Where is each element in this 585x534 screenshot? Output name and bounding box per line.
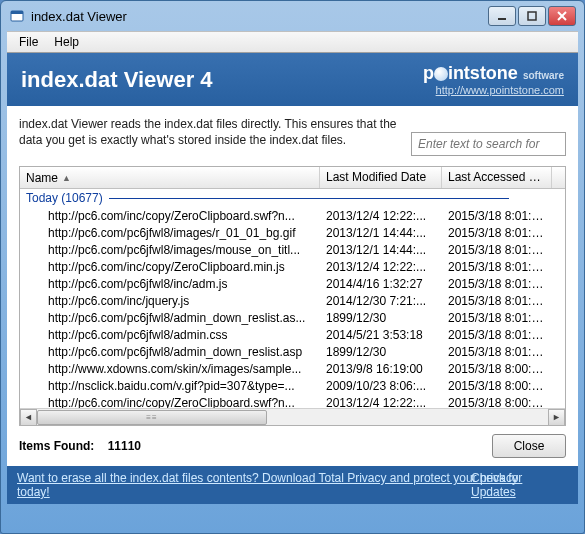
cell-name: http://pc6.com/pc6jfwl8/inc/adm.js: [20, 277, 320, 291]
close-window-button[interactable]: [548, 6, 576, 26]
items-found-label: Items Found:: [19, 439, 94, 453]
table-row[interactable]: http://pc6.com/pc6jfwl8/admin.css2014/5/…: [20, 326, 565, 343]
cell-modified: 2014/4/16 1:32:27: [320, 277, 442, 291]
table-row[interactable]: http://pc6.com/pc6jfwl8/inc/adm.js2014/4…: [20, 275, 565, 292]
cell-accessed: 2015/3/18 8:01:2...: [442, 243, 552, 257]
app-icon: [9, 8, 25, 24]
items-found-value: 11110: [108, 439, 141, 453]
close-button[interactable]: Close: [492, 434, 566, 458]
group-header[interactable]: Today (10677): [20, 189, 565, 207]
cell-modified: 2013/12/4 12:22:...: [320, 396, 442, 409]
cell-accessed: 2015/3/18 8:01:2...: [442, 345, 552, 359]
cell-modified: 2014/12/30 7:21:...: [320, 294, 442, 308]
brand-orb-icon: [434, 67, 448, 81]
titlebar[interactable]: index.dat Viewer: [1, 1, 584, 31]
footer-row: Items Found: 11110 Close: [19, 434, 566, 458]
cell-modified: 2009/10/23 8:06:...: [320, 379, 442, 393]
cell-accessed: 2015/3/18 8:00:3...: [442, 379, 552, 393]
cell-modified: 1899/12/30: [320, 345, 442, 359]
header-band: index.dat Viewer 4 pintstone software ht…: [7, 53, 578, 106]
svg-rect-1: [11, 11, 23, 14]
cell-accessed: 2015/3/18 8:01:3...: [442, 209, 552, 223]
app-title: index.dat Viewer 4: [21, 67, 213, 93]
brand-logo: pintstone software: [423, 63, 564, 84]
promo-bar: Want to erase all the index.dat files co…: [7, 466, 578, 504]
intro-text: index.dat Viewer reads the index.dat fil…: [19, 116, 401, 148]
menu-file[interactable]: File: [11, 33, 46, 51]
cell-modified: 2013/9/8 16:19:00: [320, 362, 442, 376]
cell-name: http://nsclick.baidu.com/v.gif?pid=307&t…: [20, 379, 320, 393]
cell-name: http://pc6.com/inc/copy/ZeroClipboard.sw…: [20, 209, 320, 223]
table-row[interactable]: http://pc6.com/pc6jfwl8/admin_down_resli…: [20, 309, 565, 326]
table-row[interactable]: http://nsclick.baidu.com/v.gif?pid=307&t…: [20, 377, 565, 394]
scroll-thumb[interactable]: ≡≡: [37, 410, 267, 425]
search-input[interactable]: [411, 132, 566, 156]
brand-block: pintstone software http://www.pointstone…: [423, 63, 564, 96]
cell-modified: 2013/12/1 14:44:...: [320, 226, 442, 240]
cell-accessed: 2015/3/18 8:01:2...: [442, 311, 552, 325]
cell-name: http://pc6.com/inc/copy/ZeroClipboard.mi…: [20, 260, 320, 274]
column-header-accessed[interactable]: Last Accessed Date: [442, 167, 552, 188]
table-row[interactable]: http://pc6.com/pc6jfwl8/admin_down_resli…: [20, 343, 565, 360]
cell-name: http://pc6.com/pc6jfwl8/images/r_01_01_b…: [20, 226, 320, 240]
cell-accessed: 2015/3/18 8:01:2...: [442, 294, 552, 308]
cell-name: http://pc6.com/pc6jfwl8/admin_down_resli…: [20, 345, 320, 359]
cell-accessed: 2015/3/18 8:01:2...: [442, 328, 552, 342]
window-title: index.dat Viewer: [31, 9, 488, 24]
sort-asc-icon: ▲: [62, 173, 71, 183]
menu-help[interactable]: Help: [46, 33, 87, 51]
column-headers: Name ▲ Last Modified Date Last Accessed …: [20, 167, 565, 189]
cell-accessed: 2015/3/18 8:00:3...: [442, 396, 552, 409]
brand-url-link[interactable]: http://www.pointstone.com: [423, 84, 564, 96]
intro-row: index.dat Viewer reads the index.dat fil…: [19, 116, 566, 156]
list-body[interactable]: Today (10677) http://pc6.com/inc/copy/Ze…: [20, 189, 565, 408]
table-row[interactable]: http://pc6.com/pc6jfwl8/images/r_01_01_b…: [20, 224, 565, 241]
table-row[interactable]: http://www.xdowns.com/skin/x/images/samp…: [20, 360, 565, 377]
column-header-name[interactable]: Name ▲: [20, 167, 320, 188]
cell-name: http://pc6.com/pc6jfwl8/admin.css: [20, 328, 320, 342]
scroll-left-button[interactable]: ◄: [20, 409, 37, 426]
cell-name: http://pc6.com/inc/copy/ZeroClipboard.sw…: [20, 396, 320, 409]
application-window: index.dat Viewer File Help index.dat Vie…: [0, 0, 585, 534]
cell-modified: 1899/12/30: [320, 311, 442, 325]
menubar: File Help: [7, 31, 578, 53]
table-row[interactable]: http://pc6.com/inc/copy/ZeroClipboard.sw…: [20, 207, 565, 224]
cell-name: http://pc6.com/pc6jfwl8/images/mouse_on_…: [20, 243, 320, 257]
group-line: [109, 198, 509, 199]
table-row[interactable]: http://pc6.com/inc/copy/ZeroClipboard.sw…: [20, 394, 565, 408]
promo-link-erase[interactable]: Want to erase all the index.dat files co…: [17, 471, 541, 499]
items-found: Items Found: 11110: [19, 439, 141, 453]
group-label: Today (10677): [26, 191, 103, 205]
cell-name: http://pc6.com/pc6jfwl8/admin_down_resli…: [20, 311, 320, 325]
cell-name: http://pc6.com/inc/jquery.js: [20, 294, 320, 308]
content-area: index.dat Viewer reads the index.dat fil…: [7, 106, 578, 466]
maximize-button[interactable]: [518, 6, 546, 26]
table-row[interactable]: http://pc6.com/inc/copy/ZeroClipboard.mi…: [20, 258, 565, 275]
cell-modified: 2014/5/21 3:53:18: [320, 328, 442, 342]
table-row[interactable]: http://pc6.com/inc/jquery.js2014/12/30 7…: [20, 292, 565, 309]
svg-rect-3: [528, 12, 536, 20]
cell-accessed: 2015/3/18 8:01:2...: [442, 277, 552, 291]
cell-modified: 2013/12/4 12:22:...: [320, 260, 442, 274]
cell-accessed: 2015/3/18 8:01:2...: [442, 226, 552, 240]
horizontal-scrollbar[interactable]: ◄ ≡≡ ►: [20, 408, 565, 425]
scroll-right-button[interactable]: ►: [548, 409, 565, 426]
window-controls: [488, 6, 576, 26]
promo-link-updates[interactable]: Check for Updates: [471, 471, 568, 499]
table-row[interactable]: http://pc6.com/pc6jfwl8/images/mouse_on_…: [20, 241, 565, 258]
cell-accessed: 2015/3/18 8:01:2...: [442, 260, 552, 274]
column-header-name-label: Name: [26, 171, 58, 185]
cell-modified: 2013/12/4 12:22:...: [320, 209, 442, 223]
cell-modified: 2013/12/1 14:44:...: [320, 243, 442, 257]
cell-accessed: 2015/3/18 8:00:4...: [442, 362, 552, 376]
scroll-track[interactable]: ≡≡: [37, 409, 548, 426]
list-view: Name ▲ Last Modified Date Last Accessed …: [19, 166, 566, 426]
column-header-modified[interactable]: Last Modified Date: [320, 167, 442, 188]
minimize-button[interactable]: [488, 6, 516, 26]
cell-name: http://www.xdowns.com/skin/x/images/samp…: [20, 362, 320, 376]
